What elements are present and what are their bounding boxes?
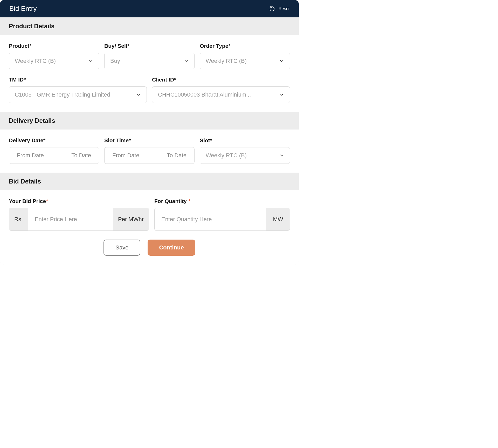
save-button[interactable]: Save <box>103 240 140 256</box>
field-delivery-date: Delivery Date* From Date To Date <box>9 137 99 164</box>
field-bid-price: Your Bid Price* Rs. Per MWhr <box>9 198 149 231</box>
field-slot: Slot* Weekly RTC (B) <box>200 137 290 164</box>
reset-icon <box>269 6 275 12</box>
slot-time-from-date[interactable]: From Date <box>112 152 139 159</box>
label-bid-price: Your Bid Price* <box>9 198 149 204</box>
select-order-type[interactable]: Weekly RTC (B) <box>200 53 290 69</box>
continue-button[interactable]: Continue <box>148 240 195 256</box>
label-slot: Slot* <box>200 137 290 144</box>
select-product-value: Weekly RTC (B) <box>15 58 56 64</box>
delivery-from-date[interactable]: From Date <box>17 152 44 159</box>
section-body-bid: Your Bid Price* Rs. Per MWhr For Quantit… <box>0 190 299 240</box>
bid-price-input[interactable] <box>28 208 113 230</box>
bid-price-input-group: Rs. Per MWhr <box>9 208 149 231</box>
chevron-down-icon <box>279 59 284 63</box>
page-title: Bid Entry <box>9 5 37 13</box>
select-buy-sell-value: Buy <box>110 58 120 64</box>
label-client-id: Client ID* <box>152 77 290 83</box>
header: Bid Entry Reset <box>0 0 299 17</box>
label-order-type: Order Type* <box>200 43 290 49</box>
field-quantity: For Quantity * MW <box>154 198 290 231</box>
select-client-id-value: CHHC10050003 Bharat Aluminium... <box>158 91 251 98</box>
section-body-delivery: Delivery Date* From Date To Date Slot Ti… <box>0 130 299 173</box>
label-quantity: For Quantity * <box>154 198 290 204</box>
label-delivery-date: Delivery Date* <box>9 137 99 144</box>
section-header-delivery: Delivery Details <box>0 112 299 130</box>
select-product[interactable]: Weekly RTC (B) <box>9 53 99 69</box>
section-body-product: Product* Weekly RTC (B) Buy/ Sell* Buy O… <box>0 35 299 112</box>
field-order-type: Order Type* Weekly RTC (B) <box>200 43 290 69</box>
field-tm-id: TM ID* C1005 - GMR Energy Trading Limite… <box>9 77 147 103</box>
chevron-down-icon <box>88 59 93 63</box>
reset-label: Reset <box>279 6 289 11</box>
field-slot-time: Slot Time* From Date To Date <box>104 137 195 164</box>
quantity-input[interactable] <box>155 208 266 230</box>
select-slot-value: Weekly RTC (B) <box>206 152 247 159</box>
bid-entry-window: Bid Entry Reset Product Details Product*… <box>0 0 299 264</box>
field-client-id: Client ID* CHHC10050003 Bharat Aluminium… <box>152 77 290 103</box>
select-order-type-value: Weekly RTC (B) <box>206 58 247 64</box>
label-buy-sell: Buy/ Sell* <box>104 43 195 49</box>
section-header-product: Product Details <box>0 17 299 35</box>
select-buy-sell[interactable]: Buy <box>104 53 195 69</box>
required-asterisk: * <box>46 198 48 204</box>
select-slot[interactable]: Weekly RTC (B) <box>200 147 290 164</box>
chevron-down-icon <box>279 92 284 97</box>
delivery-date-range: From Date To Date <box>9 147 99 164</box>
reset-button[interactable]: Reset <box>269 6 289 12</box>
delivery-to-date[interactable]: To Date <box>71 152 91 159</box>
slot-time-to-date[interactable]: To Date <box>167 152 186 159</box>
label-slot-time: Slot Time* <box>104 137 195 144</box>
select-tm-id-value: C1005 - GMR Energy Trading Limited <box>15 91 110 98</box>
chevron-down-icon <box>279 153 284 158</box>
footer: Save Continue <box>0 240 299 264</box>
section-header-bid: Bid Details <box>0 173 299 190</box>
field-product: Product* Weekly RTC (B) <box>9 43 99 69</box>
bid-price-suffix: Per MWhr <box>113 208 149 230</box>
select-tm-id[interactable]: C1005 - GMR Energy Trading Limited <box>9 86 147 103</box>
bid-price-prefix: Rs. <box>9 208 28 230</box>
required-asterisk: * <box>188 198 190 204</box>
field-buy-sell: Buy/ Sell* Buy <box>104 43 195 69</box>
label-product: Product* <box>9 43 99 49</box>
label-tm-id: TM ID* <box>9 77 147 83</box>
chevron-down-icon <box>136 92 141 97</box>
quantity-suffix: MW <box>266 208 290 230</box>
chevron-down-icon <box>184 59 189 63</box>
quantity-input-group: MW <box>154 208 290 231</box>
slot-time-range: From Date To Date <box>104 147 195 164</box>
select-client-id[interactable]: CHHC10050003 Bharat Aluminium... <box>152 86 290 103</box>
